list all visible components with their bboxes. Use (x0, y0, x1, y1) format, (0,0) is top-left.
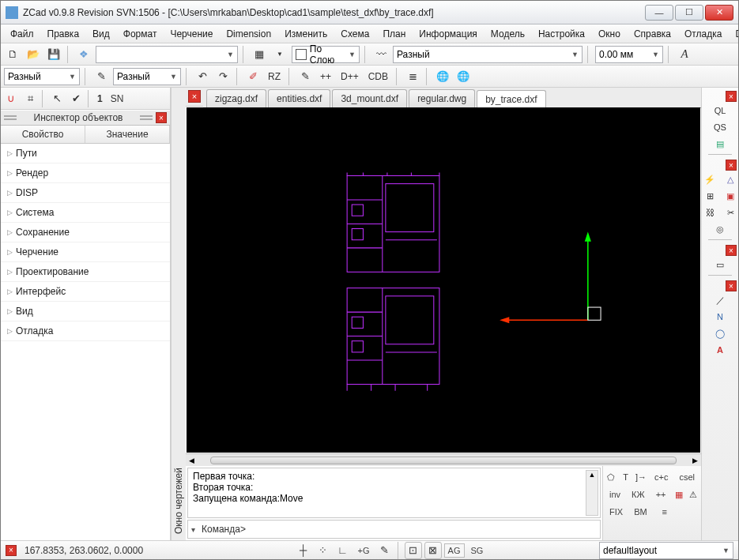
tab-regular[interactable]: regular.dwg (409, 89, 475, 107)
menu-settings[interactable]: Настройка (532, 26, 591, 42)
menu-modify[interactable]: Изменить (278, 26, 334, 42)
close-right-icon[interactable]: × (726, 91, 737, 102)
expand-icon[interactable]: ▷ (7, 307, 13, 315)
close-status-icon[interactable]: × (6, 545, 17, 556)
btn-rz[interactable]: RZ (265, 71, 284, 82)
grip-icon[interactable] (140, 115, 153, 120)
snap1-icon[interactable]: ⊡ (405, 542, 422, 559)
tri-icon[interactable]: △ (720, 171, 739, 187)
kzh-label[interactable]: КЖ (628, 487, 649, 502)
minimize-button[interactable]: — (645, 5, 673, 21)
layers2-icon[interactable]: ▤ (710, 136, 730, 152)
menu-debug[interactable]: Отладка (678, 26, 728, 42)
btn-cdb[interactable]: CDB (365, 71, 391, 82)
tab-bytrace[interactable]: by_trace.dxf (477, 90, 545, 108)
log-vscroll[interactable]: ▲ (586, 470, 598, 516)
text-icon[interactable]: A (710, 342, 730, 358)
menu-plan[interactable]: План (376, 26, 412, 42)
link-icon[interactable]: ⛓ (699, 205, 720, 220)
col-value[interactable]: Значение (85, 126, 170, 143)
layout-combo[interactable]: defaultlayout ▼ (599, 542, 733, 559)
grid-icon[interactable]: ▦ (251, 46, 268, 63)
command-log[interactable]: Первая точка: Вторая точка: Запущена ком… (187, 468, 601, 518)
expand-icon[interactable]: ▷ (7, 248, 13, 256)
expand-icon[interactable]: ▷ (7, 327, 13, 335)
bars-icon[interactable]: ≣ (404, 68, 421, 85)
new-icon[interactable]: 🗋 (4, 46, 21, 63)
grid-dropdown-icon[interactable]: ▼ (271, 46, 288, 63)
sg-label[interactable]: SG (467, 543, 488, 558)
tree-item[interactable]: ▷Сохранение (1, 223, 170, 242)
combo-misc-1[interactable]: Разный ▼ (4, 68, 80, 85)
grid-small-icon[interactable]: ▦ (673, 487, 684, 502)
ag-label[interactable]: AG (444, 543, 465, 558)
btn-pp[interactable]: ++ (317, 71, 334, 82)
save-icon[interactable]: 💾 (45, 46, 62, 63)
brush-icon[interactable]: ✎ (92, 68, 110, 85)
color-combo[interactable]: По Слою ▼ (292, 46, 360, 63)
sn-label[interactable]: SN (107, 93, 127, 104)
drawing-canvas[interactable] (187, 107, 700, 453)
tree-item[interactable]: ▷Вид (1, 302, 170, 321)
command-input[interactable] (249, 522, 600, 536)
layer-combo[interactable]: ▼ (96, 46, 238, 63)
menu-info[interactable]: Информация (413, 26, 483, 42)
qs-button[interactable]: QS (710, 119, 730, 135)
menu-view[interactable]: Вид (86, 26, 116, 42)
col-property[interactable]: Свойство (1, 126, 85, 143)
expand-icon[interactable]: ▷ (7, 228, 13, 236)
ortho-icon[interactable]: ∟ (334, 542, 352, 559)
close-right-icon[interactable]: × (726, 160, 737, 171)
g-label[interactable]: +G (354, 543, 374, 558)
rect-icon[interactable]: ▭ (710, 257, 730, 272)
dots-icon[interactable]: ⁘ (315, 542, 332, 559)
tab-zigzag[interactable]: zigzag.dxf (206, 89, 266, 107)
vertical-tab-label[interactable]: Окно чертежей (171, 88, 186, 540)
expand-icon[interactable]: ▷ (7, 149, 13, 157)
bolt-icon[interactable]: ⚡ (699, 171, 720, 187)
tree-item[interactable]: ▷Отладка (1, 321, 170, 341)
close-doc-icon[interactable]: × (188, 90, 201, 103)
expand-icon[interactable]: ▷ (7, 189, 13, 197)
tree-item[interactable]: ▷Пути (1, 144, 170, 163)
pencil-icon[interactable]: ✎ (296, 68, 314, 85)
inspector-tree[interactable]: ▷Пути ▷Рендер ▷DISP ▷Система ▷Сохранение… (1, 144, 170, 540)
close-right-icon[interactable]: × (726, 280, 737, 291)
menu-model[interactable]: Модель (484, 26, 531, 42)
textstyle-icon[interactable]: A (676, 46, 693, 63)
tree-item[interactable]: ▷DISP (1, 183, 170, 203)
grip-icon[interactable] (4, 115, 17, 120)
linetype-icon[interactable]: 〰 (372, 46, 390, 63)
tab-3dmount[interactable]: 3d_mount.dxf (332, 89, 407, 107)
target-icon[interactable]: ◎ (710, 221, 730, 237)
redo-icon[interactable]: ↷ (214, 68, 232, 85)
check-icon[interactable]: ✔ (67, 90, 85, 107)
warn-icon[interactable]: ⚠ (688, 487, 699, 502)
expand-icon[interactable]: ▷ (7, 288, 13, 295)
menu-format[interactable]: Формат (117, 26, 164, 42)
btn-dpp[interactable]: D++ (337, 71, 362, 82)
menu-db[interactable]: DB (729, 26, 739, 42)
snap-icon[interactable]: ⌗ (21, 90, 39, 107)
menu-help[interactable]: Справка (628, 26, 677, 42)
undo-icon[interactable]: ↶ (194, 68, 211, 85)
fix-label[interactable]: FIX (605, 505, 627, 519)
sel-icon[interactable]: ▣ (720, 188, 739, 204)
tree-item[interactable]: ▷Интерфейс (1, 282, 170, 302)
bm-label[interactable]: BM (630, 505, 651, 519)
stack-icon[interactable]: ≡ (654, 504, 675, 520)
menu-scheme[interactable]: Схема (334, 26, 375, 42)
snapgrid-icon[interactable]: ┼ (295, 542, 312, 559)
zigzag-icon[interactable]: N (710, 309, 730, 325)
magnet-icon[interactable]: ∪ (2, 90, 20, 107)
circle-icon[interactable]: ◯ (710, 325, 730, 341)
horizontal-scrollbar[interactable]: ◀▶ (186, 453, 701, 466)
pen-icon[interactable]: ✎ (376, 542, 394, 559)
ql-button[interactable]: QL (710, 103, 730, 118)
cursor-icon[interactable]: ↖ (48, 90, 66, 107)
lineweight-combo[interactable]: 0.00 мм ▼ (595, 46, 663, 63)
menu-dimension[interactable]: Dimension (220, 26, 277, 42)
tree-item[interactable]: ▷Черчение (1, 242, 170, 262)
menu-draw[interactable]: Черчение (164, 26, 219, 42)
layers-icon[interactable]: ❖ (75, 46, 92, 63)
